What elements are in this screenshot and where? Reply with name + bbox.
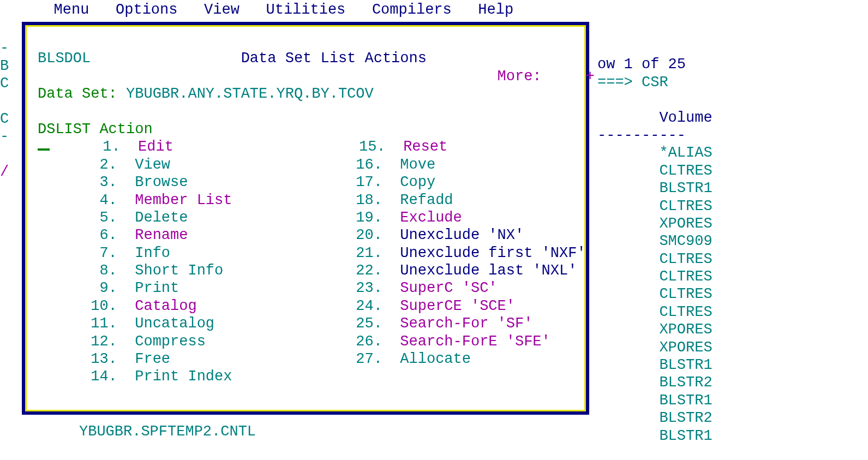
action-16[interactable]: Move	[400, 157, 435, 173]
volume-entry: XPORES	[659, 321, 712, 338]
action-8[interactable]: Short Info	[135, 262, 223, 279]
action-1[interactable]: Edit	[138, 139, 173, 155]
action-9[interactable]: Print	[135, 280, 179, 296]
panel-id: BLSDOL	[38, 50, 91, 67]
volume-entry: BLSTR1	[659, 180, 712, 196]
left-margin: - B C C - /	[0, 22, 22, 199]
volume-entry: CLTRES	[659, 268, 712, 285]
volume-entry: XPORES	[659, 339, 712, 356]
left-dash: -	[0, 40, 9, 56]
action-17[interactable]: Copy	[400, 174, 435, 190]
menu-item-utilities[interactable]: Utilities	[266, 2, 345, 18]
volume-entry: XPORES	[659, 216, 712, 232]
action-11[interactable]: Uncatalog	[135, 315, 214, 332]
volume-entry: BLSTR2	[659, 410, 712, 426]
volume-list: *ALIAS CLTRES BLSTR1 CLTRES XPORES SMC90…	[597, 144, 859, 445]
action-15[interactable]: Reset	[403, 139, 447, 155]
volume-entry: CLTRES	[659, 198, 712, 214]
menu-item-compilers[interactable]: Compilers	[372, 2, 452, 18]
volume-entry: BLSTR2	[659, 374, 712, 391]
action-14[interactable]: Print Index	[135, 368, 232, 385]
menu-item-options[interactable]: Options	[116, 2, 177, 18]
action-25[interactable]: Search-For 'SF'	[400, 315, 532, 332]
volume-entry: SMC909	[659, 233, 712, 249]
cursor[interactable]	[38, 148, 50, 151]
menu-item-help[interactable]: Help	[478, 2, 513, 18]
action-2[interactable]: View	[135, 157, 170, 173]
scroll-value[interactable]: CSR	[642, 74, 668, 91]
action-3[interactable]: Browse	[135, 174, 188, 190]
volume-entry: *ALIAS	[659, 145, 712, 161]
action-19[interactable]: Exclude	[400, 210, 462, 226]
action-7[interactable]: Info	[135, 245, 170, 261]
volume-entry: BLSTR1	[659, 357, 712, 373]
action-10[interactable]: Catalog	[135, 298, 196, 314]
popup-title: Data Set List Actions	[241, 50, 427, 67]
menu-item-menu[interactable]: Menu	[54, 2, 89, 18]
menu-item-view[interactable]: View	[204, 2, 240, 18]
row-counter: ow 1 of 25	[597, 56, 686, 73]
right-column: ow 1 of 25 ===> CSR Volume ---------- *A…	[597, 38, 859, 445]
volume-entry: CLTRES	[659, 163, 712, 179]
action-26[interactable]: Search-ForE 'SFE'	[400, 333, 550, 350]
left-dash2: -	[0, 128, 9, 145]
volume-entry: BLSTR1	[659, 392, 712, 409]
dataset-label: Data Set:	[38, 86, 117, 102]
volume-header: Volume	[659, 110, 712, 126]
action-24[interactable]: SuperCE 'SCE'	[400, 298, 515, 314]
action-4[interactable]: Member List	[135, 192, 232, 208]
actions-list: 1. Edit 15. Reset 2. View 16. Move 3. Br…	[38, 138, 573, 385]
volume-divider: ----------	[597, 127, 686, 144]
left-slash[interactable]: /	[0, 164, 9, 180]
left-b: B	[0, 58, 9, 74]
action-27[interactable]: Allocate	[400, 351, 471, 367]
action-6[interactable]: Rename	[135, 227, 188, 243]
action-20[interactable]: Unexclude 'NX'	[400, 227, 524, 243]
action-13[interactable]: Free	[135, 351, 170, 367]
scroll-arrow: ===>	[597, 74, 633, 91]
action-22[interactable]: Unexclude last 'NXL'	[400, 262, 577, 279]
more-label: More:	[498, 68, 542, 85]
action-5[interactable]: Delete	[135, 210, 188, 226]
volume-entry: BLSTR1	[659, 428, 712, 444]
dataset-name: YBUGBR.ANY.STATE.YRQ.BY.TCOV	[126, 86, 374, 102]
left-c: C	[0, 75, 9, 92]
left-c2: C	[0, 111, 9, 127]
volume-entry: CLTRES	[659, 251, 712, 267]
menu-bar: Menu Options View Utilities Compilers He…	[27, 1, 513, 19]
volume-entry: CLTRES	[659, 286, 712, 302]
volume-entry: CLTRES	[659, 304, 712, 320]
action-12[interactable]: Compress	[135, 333, 206, 350]
action-18[interactable]: Refadd	[400, 192, 453, 208]
popup-border: BLSDOL Data Set List Actions More: + Dat…	[25, 25, 586, 411]
action-23[interactable]: SuperC 'SC'	[400, 280, 497, 296]
actions-heading: DSLIST Action	[38, 121, 153, 138]
bottom-dataset: YBUGBR.SPFTEMP2.CNTL	[79, 423, 256, 440]
action-21[interactable]: Unexclude first 'NXF'	[400, 245, 585, 261]
popup-panel: BLSDOL Data Set List Actions More: + Dat…	[22, 22, 589, 415]
more-plus-icon[interactable]: +	[586, 68, 595, 85]
